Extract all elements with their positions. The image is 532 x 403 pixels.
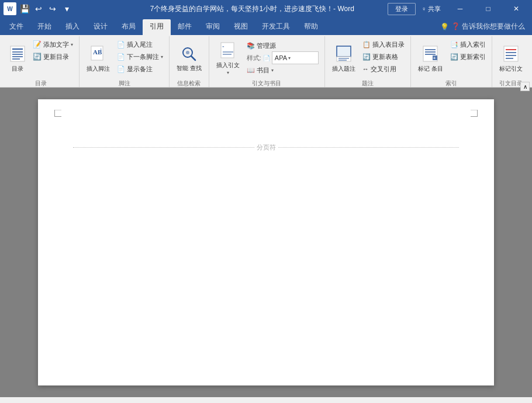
- index-stack: 📑 插入索引 🔄 更新索引: [448, 39, 488, 62]
- toc-icon: [9, 45, 26, 64]
- toc-ref-icon: [503, 45, 519, 64]
- title-bar-left: W 💾 ↩ ↪ ▾: [0, 2, 117, 15]
- insert-caption-button[interactable]: 插入题注: [329, 39, 359, 78]
- bibliography-label: 书目: [257, 66, 270, 75]
- mark-entry-button[interactable]: + 标记 条目: [414, 39, 447, 78]
- style-dropdown[interactable]: APA ▾: [272, 51, 319, 64]
- insert-table-caption-label: 插入表目录: [372, 40, 405, 49]
- tab-view[interactable]: 视图: [227, 19, 255, 35]
- next-footnote-icon: 📄: [117, 53, 125, 61]
- insert-footnote-button[interactable]: AB 1 插入脚注: [83, 39, 113, 78]
- insert-citation-button[interactable]: " 插入引文 ▾: [213, 39, 243, 78]
- tell-me-button[interactable]: 💡 ❓ 告诉我你想要做什么: [433, 19, 532, 35]
- tab-help[interactable]: 帮助: [297, 19, 325, 35]
- insert-toc-label: 目录: [12, 65, 23, 72]
- insert-index-label: 插入索引: [460, 40, 486, 49]
- insert-table-caption-button[interactable]: 📋 插入表目录: [360, 39, 407, 50]
- cross-ref-label: 交叉引用: [371, 65, 396, 74]
- style-label: 样式:: [247, 54, 261, 62]
- insert-footnote-label: 插入脚注: [87, 65, 110, 72]
- customize-qa-button[interactable]: ▾: [61, 3, 72, 15]
- document-page[interactable]: 分页符: [38, 99, 494, 385]
- tab-developer[interactable]: 开发工具: [255, 19, 297, 35]
- next-footnote-label: 下一条脚注: [127, 53, 159, 61]
- close-button[interactable]: ✕: [503, 0, 530, 18]
- save-button[interactable]: 💾: [19, 3, 30, 15]
- svg-point-11: [186, 51, 189, 54]
- tab-review[interactable]: 审阅: [199, 19, 227, 35]
- insert-table-caption-icon: 📋: [362, 41, 371, 48]
- mark-citation-label: 标记引文: [499, 65, 523, 72]
- group-search: 智能 查找 信息检索: [170, 36, 209, 87]
- login-button[interactable]: 登录: [388, 3, 416, 15]
- tab-file[interactable]: 文件: [2, 19, 30, 35]
- svg-text:": ": [222, 45, 224, 51]
- quick-access-toolbar: 💾 ↩ ↪ ▾: [19, 3, 72, 15]
- redo-button[interactable]: ↪: [47, 3, 58, 15]
- update-toc-icon: 🔄: [33, 53, 42, 61]
- title-bar: W 💾 ↩ ↪ ▾ 7个终身受益的自学网站，每天坚持1小时，进步速度飞快！- W…: [0, 0, 532, 18]
- lightbulb-icon: 💡: [440, 23, 449, 31]
- insert-toc-button[interactable]: 目录: [6, 39, 29, 78]
- style-selector[interactable]: 样式: 📄 APA ▾: [244, 52, 321, 64]
- caption-icon: [336, 45, 352, 64]
- style-dropdown-arrow: ▾: [288, 55, 291, 61]
- insert-endnote-button[interactable]: 📄 插入尾注: [115, 39, 165, 50]
- page-break-line-left: [73, 147, 254, 148]
- update-toc-button[interactable]: 🔄 更新目录: [30, 51, 75, 62]
- show-notes-label: 显示备注: [127, 65, 153, 74]
- insert-citation-label: 插入引文: [216, 62, 240, 69]
- bibliography-button[interactable]: 📖 书目 ▾: [244, 64, 321, 76]
- manage-source-label: 管理源: [257, 41, 276, 50]
- group-toc: 目录 📝 添加文字 ▾ 🔄 更新目录 目录: [2, 36, 80, 87]
- tab-layout[interactable]: 布局: [115, 19, 143, 35]
- minimize-button[interactable]: ─: [447, 0, 474, 18]
- citation-arrow: ▾: [227, 70, 229, 75]
- mark-citation-button[interactable]: 标记引文: [496, 39, 526, 78]
- update-table-button[interactable]: 🔄 更新表格: [360, 51, 407, 62]
- title-bar-right: 登录 ♀ 共享 ─ □ ✕: [388, 0, 532, 18]
- bibliography-arrow: ▾: [271, 68, 274, 73]
- insert-endnote-label: 插入尾注: [127, 40, 153, 49]
- group-footnote-content: AB 1 插入脚注 📄 插入尾注 📄 下一条脚注 ▾ 📄: [83, 37, 165, 78]
- group-captions-content: 插入题注 📋 插入表目录 🔄 更新表格 ↔ 交叉引用: [329, 37, 407, 78]
- ribbon-tabs-row: 文件 开始 插入 设计 布局 引用 邮件 审阅 视图 开发工具 帮助 💡 ❓ 告…: [0, 18, 532, 35]
- show-notes-icon: 📄: [117, 65, 125, 73]
- next-footnote-button[interactable]: 📄 下一条脚注 ▾: [115, 51, 165, 62]
- share-button[interactable]: ♀ 共享: [422, 5, 441, 13]
- ribbon-collapse-button[interactable]: ∧: [520, 82, 530, 91]
- smart-search-button[interactable]: 智能 查找: [173, 39, 205, 78]
- show-notes-button[interactable]: 📄 显示备注: [115, 63, 165, 75]
- tab-mailings[interactable]: 邮件: [171, 19, 199, 35]
- tab-home[interactable]: 开始: [30, 19, 58, 35]
- page-break-line-right: [278, 147, 460, 148]
- group-footnote: AB 1 插入脚注 📄 插入尾注 📄 下一条脚注 ▾ 📄: [80, 36, 170, 87]
- tab-design[interactable]: 设计: [87, 19, 115, 35]
- smart-search-label: 智能 查找: [177, 65, 202, 72]
- citations-stack: 📚 管理源 样式: 📄 APA ▾ 📖 书目 ▾: [244, 39, 321, 76]
- next-footnote-arrow: ▾: [161, 54, 163, 60]
- tab-insert[interactable]: 插入: [58, 19, 87, 35]
- toc-stack: 📝 添加文字 ▾ 🔄 更新目录: [30, 39, 75, 62]
- svg-rect-17: [337, 57, 351, 61]
- insert-index-button[interactable]: 📑 插入索引: [448, 39, 488, 50]
- manage-source-button[interactable]: 📚 管理源: [244, 40, 321, 51]
- update-index-button[interactable]: 🔄 更新索引: [448, 51, 488, 62]
- page-break-container: 分页符: [73, 143, 459, 152]
- group-citations: " 插入引文 ▾ 📚 管理源 样式: 📄 APA: [209, 36, 325, 87]
- add-text-button[interactable]: 📝 添加文字 ▾: [30, 39, 75, 50]
- cross-ref-button[interactable]: ↔ 交叉引用: [360, 63, 407, 75]
- ribbon-tabs: 文件 开始 插入 设计 布局 引用 邮件 审阅 视图 开发工具 帮助 💡 ❓ 告…: [0, 18, 532, 35]
- add-text-arrow: ▾: [71, 42, 73, 47]
- update-index-label: 更新索引: [460, 53, 486, 61]
- group-captions: 插入题注 📋 插入表目录 🔄 更新表格 ↔ 交叉引用 题注: [325, 36, 411, 87]
- bibliography-icon: 📖: [247, 67, 255, 74]
- page-break-text: 分页符: [254, 143, 278, 152]
- tab-references[interactable]: 引用: [143, 19, 171, 35]
- document-area: 分页符: [0, 88, 532, 397]
- undo-button[interactable]: ↩: [33, 3, 44, 15]
- restore-button[interactable]: □: [475, 0, 502, 18]
- group-citations-content: " 插入引文 ▾ 📚 管理源 样式: 📄 APA: [213, 37, 321, 78]
- mark-entry-label: 标记 条目: [418, 65, 443, 72]
- footnote-icon: AB 1: [90, 45, 106, 64]
